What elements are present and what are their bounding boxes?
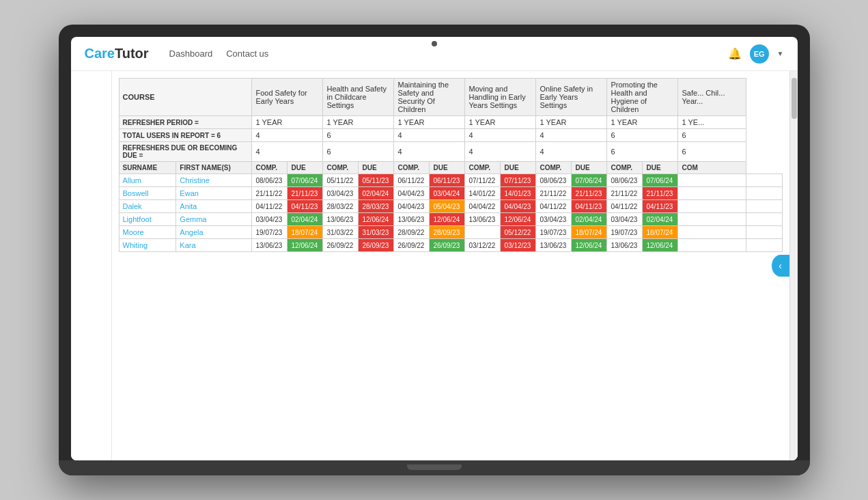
header-due-1: DUE (359, 162, 394, 174)
comp-3-1: 13/06/23 (323, 213, 359, 226)
chevron-down-icon[interactable]: ▼ (777, 50, 784, 57)
surname-1[interactable]: Boswell (119, 187, 176, 200)
due-cell-4-2: 28/09/23 (430, 226, 465, 239)
comp-1-4: 21/11/22 (536, 187, 572, 200)
surname-0[interactable]: Allum (119, 174, 176, 187)
firstname-4: Angela (176, 226, 252, 239)
total-1: 6 (323, 129, 394, 142)
due-cell-2-3: 04/04/23 (501, 200, 536, 213)
comp-4-5: 19/07/23 (607, 226, 643, 239)
header-comp-5: COMP. (607, 162, 643, 174)
due-cell-2-4: 04/11/23 (572, 200, 607, 213)
refresher-3: 1 YEAR (465, 116, 536, 129)
due-cell-4-6 (746, 226, 782, 239)
total-6: 6 (678, 129, 746, 142)
comp-0-6 (678, 174, 746, 187)
col-moving-handling: Moving and Handling in Early Years Setti… (465, 79, 536, 116)
surname-4[interactable]: Moore (119, 226, 176, 239)
comp-5-5: 13/06/23 (607, 239, 643, 252)
nav-dashboard[interactable]: Dashboard (169, 48, 213, 59)
surname-5[interactable]: Whiting (119, 239, 176, 252)
header-com-6: COM (678, 162, 746, 174)
scroll-right-button[interactable]: ‹ (772, 255, 789, 277)
due-cell-5-2: 26/09/23 (430, 239, 465, 252)
refresher-5: 1 YEAR (607, 116, 678, 129)
total-4: 4 (536, 129, 607, 142)
refresher-4: 1 YEAR (536, 116, 607, 129)
firstname-3: Gemma (176, 213, 252, 226)
bell-icon[interactable]: 🔔 (728, 47, 742, 60)
scrollbar[interactable] (789, 71, 798, 460)
comp-0-1: 05/11/22 (323, 174, 359, 187)
due-cell-5-6 (746, 239, 782, 252)
due-cell-3-0: 02/04/24 (288, 213, 323, 226)
comp-1-6 (678, 187, 746, 200)
nav-links: Dashboard Contact us (169, 48, 269, 59)
firstname-0: Christine (176, 174, 252, 187)
total-3: 4 (465, 129, 536, 142)
comp-0-3: 07/11/22 (465, 174, 501, 187)
header-comp-3: COMP. (465, 162, 501, 174)
due-6: 6 (678, 142, 746, 162)
header-comp-0: COMP. (252, 162, 288, 174)
surname-3[interactable]: Lightfoot (119, 213, 176, 226)
header-due-0: DUE (288, 162, 323, 174)
due-cell-5-1: 26/09/23 (359, 239, 394, 252)
comp-2-4: 04/11/22 (536, 200, 572, 213)
firstname-5: Kara (176, 239, 252, 252)
table-area[interactable]: COURSE Food Safety for Early Years Healt… (112, 71, 789, 460)
comp-0-5: 08/06/23 (607, 174, 643, 187)
due-cell-5-0: 12/06/24 (288, 239, 323, 252)
col-safe: Safe... Chil... Year... (678, 79, 746, 116)
due-cell-0-0: 07/06/24 (288, 174, 323, 187)
nav-contact[interactable]: Contact us (226, 48, 268, 59)
due-cell-1-5: 21/11/23 (643, 187, 678, 200)
comp-4-0: 19/07/23 (252, 226, 288, 239)
comp-3-0: 03/04/23 (252, 213, 288, 226)
total-label: TOTAL USERS IN REPORT = 6 (119, 129, 252, 142)
comp-2-2: 04/04/23 (394, 200, 430, 213)
due-cell-3-4: 02/04/24 (572, 213, 607, 226)
due-cell-4-5: 18/07/24 (643, 226, 678, 239)
due-cell-5-3: 03/12/23 (501, 239, 536, 252)
comp-2-1: 28/03/22 (323, 200, 359, 213)
comp-4-2: 28/09/22 (394, 226, 430, 239)
logo: CareTutor (85, 46, 149, 61)
comp-1-0: 21/11/22 (252, 187, 288, 200)
comp-5-3: 03/12/22 (465, 239, 501, 252)
comp-1-1: 03/04/23 (323, 187, 359, 200)
refresher-1: 1 YEAR (323, 116, 394, 129)
header-due-2: DUE (430, 162, 465, 174)
comp-0-0: 08/06/23 (252, 174, 288, 187)
due-cell-4-3: 05/12/22 (501, 226, 536, 239)
due-cell-3-5: 02/04/24 (643, 213, 678, 226)
comp-1-5: 21/11/22 (607, 187, 643, 200)
due-cell-0-6 (746, 174, 782, 187)
comp-3-2: 13/06/23 (394, 213, 430, 226)
header-due-3: DUE (501, 162, 536, 174)
due-2: 4 (394, 142, 465, 162)
comp-5-6 (678, 239, 746, 252)
due-cell-3-6 (746, 213, 782, 226)
header-due-5: DUE (643, 162, 678, 174)
refresher-label: REFRESHER PERIOD = (119, 116, 252, 129)
comp-2-3: 04/04/22 (465, 200, 501, 213)
total-5: 6 (607, 129, 678, 142)
due-cell-4-0: 18/07/24 (288, 226, 323, 239)
header-comp-1: COMP. (323, 162, 359, 174)
comp-3-6 (678, 213, 746, 226)
laptop-notch (407, 464, 462, 470)
header-due-4: DUE (572, 162, 607, 174)
header-comp-2: COMP. (394, 162, 430, 174)
comp-4-1: 31/03/22 (323, 226, 359, 239)
due-cell-0-5: 07/06/24 (643, 174, 678, 187)
due-cell-2-6 (746, 200, 782, 213)
comp-5-2: 26/09/22 (394, 239, 430, 252)
surname-2[interactable]: Dalek (119, 200, 176, 213)
header-surname: SURNAME (119, 162, 176, 174)
comp-2-5: 04/11/22 (607, 200, 643, 213)
avatar[interactable]: EG (750, 44, 769, 64)
comp-5-1: 26/09/22 (323, 239, 359, 252)
comp-3-3: 13/06/23 (465, 213, 501, 226)
due-cell-2-5: 04/11/23 (643, 200, 678, 213)
